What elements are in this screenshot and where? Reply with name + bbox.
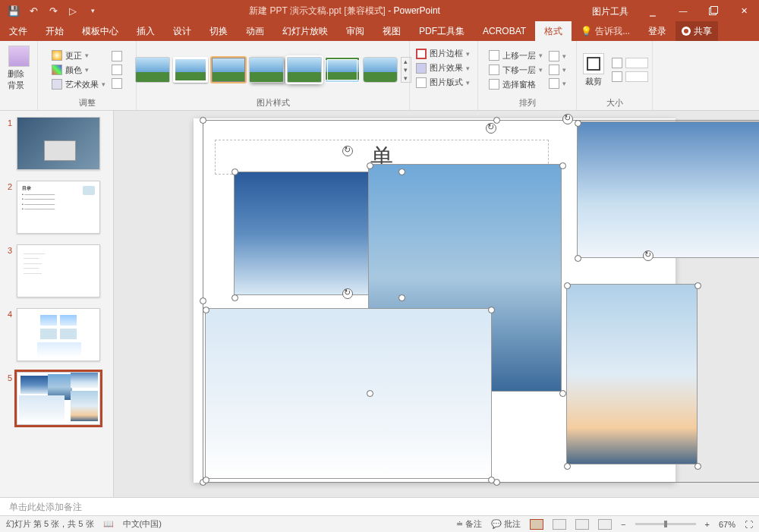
- comments-toggle[interactable]: 💬 批注: [491, 518, 521, 530]
- picture-sky-top-right[interactable]: [577, 121, 759, 258]
- language-status[interactable]: 中文(中国): [123, 518, 162, 530]
- compress-button[interactable]: [110, 50, 124, 62]
- height-input[interactable]: [610, 57, 650, 69]
- zoom-out-button[interactable]: −: [621, 520, 625, 529]
- rotate-button[interactable]: ▾: [547, 77, 568, 90]
- tab-insert[interactable]: 插入: [128, 21, 164, 41]
- tab-home[interactable]: 开始: [36, 21, 73, 41]
- style-item[interactable]: [135, 57, 170, 83]
- slide-thumbnail[interactable]: [17, 117, 100, 170]
- remove-background-button[interactable]: 删除背景: [5, 44, 33, 93]
- change-picture-button[interactable]: [110, 64, 124, 76]
- slideshow-view-button[interactable]: [598, 519, 612, 530]
- tab-acrobat[interactable]: ACROBAT: [474, 21, 535, 41]
- send-backward-button[interactable]: 下移一层▾: [487, 64, 544, 77]
- remove-bg-icon: [8, 46, 30, 67]
- brightness-icon: [52, 50, 62, 61]
- slide-counter: 幻灯片 第 5 张，共 5 张: [6, 518, 94, 530]
- thumb-num: 3: [5, 244, 12, 255]
- crop-button[interactable]: 裁剪: [580, 52, 607, 89]
- reset-picture-button[interactable]: [110, 77, 124, 90]
- align-button[interactable]: ▾: [547, 50, 568, 62]
- slide-thumbnail[interactable]: —————————————————————————————: [17, 244, 100, 297]
- picture-sunset-right[interactable]: [566, 284, 698, 464]
- zoom-slider[interactable]: [635, 523, 696, 525]
- thumb-num: 2: [5, 181, 12, 191]
- restore-button[interactable]: [698, 0, 729, 21]
- lightbulb-icon: 💡: [581, 26, 592, 36]
- color-icon: [52, 65, 62, 75]
- reading-view-button[interactable]: [575, 519, 589, 530]
- fit-to-window-button[interactable]: ⛶: [745, 520, 753, 529]
- group-button[interactable]: ▾: [547, 64, 568, 76]
- contextual-tab-group: 图片工具: [583, 0, 638, 21]
- width-input[interactable]: [610, 71, 650, 83]
- slide-thumbnail-panel[interactable]: 1 2 目录 • ————————• ————————• ————————• —…: [0, 111, 114, 497]
- group-label-size: 大小: [606, 96, 623, 109]
- picture-border-button[interactable]: 图片边框▾: [414, 47, 471, 60]
- tell-me[interactable]: 💡告诉我...: [572, 21, 639, 41]
- redo-icon[interactable]: ↷: [47, 5, 59, 17]
- zoom-in-button[interactable]: +: [705, 520, 710, 529]
- slide-thumbnail-active[interactable]: [17, 372, 100, 425]
- slide-thumbnail[interactable]: 目录 • ————————• ————————• ————————• —————…: [17, 181, 100, 234]
- tab-animation[interactable]: 动画: [237, 21, 273, 41]
- selection-pane-button[interactable]: 选择窗格: [487, 78, 544, 91]
- minimize-button[interactable]: [668, 0, 698, 21]
- picture-effects-button[interactable]: 图片效果▾: [414, 61, 471, 74]
- tab-view[interactable]: 视图: [373, 21, 410, 41]
- slide-editor[interactable]: 单: [114, 111, 759, 497]
- group-label-styles: 图片样式: [257, 96, 290, 109]
- bring-forward-icon: [489, 50, 499, 61]
- border-icon: [416, 49, 427, 59]
- tab-design[interactable]: 设计: [164, 21, 200, 41]
- ribbon-collapse-icon[interactable]: ⎯: [638, 0, 668, 21]
- tab-pdf[interactable]: PDF工具集: [410, 21, 474, 41]
- color-button[interactable]: 颜色▾: [50, 64, 107, 77]
- tab-review[interactable]: 审阅: [337, 21, 373, 41]
- share-button[interactable]: 共享: [676, 21, 718, 41]
- qat-more-icon[interactable]: ▾: [87, 5, 99, 17]
- picture-style-gallery[interactable]: ▴▾▾: [135, 57, 411, 83]
- window-title: 新建 PPT 演示文稿.ppt [兼容模式] - PowerPoint: [106, 5, 583, 17]
- thumb-num: 5: [5, 372, 12, 382]
- group-label-adjust: 调整: [79, 96, 96, 109]
- height-icon: [612, 58, 622, 68]
- tab-slideshow[interactable]: 幻灯片放映: [273, 21, 337, 41]
- picture-clouds-bottom[interactable]: [205, 308, 492, 479]
- picture-layout-button[interactable]: 图片版式▾: [414, 76, 471, 89]
- zoom-label[interactable]: 67%: [719, 520, 735, 529]
- notes-toggle[interactable]: ≐ 备注: [456, 518, 482, 530]
- save-icon[interactable]: 💾: [8, 5, 20, 17]
- width-icon: [612, 71, 622, 82]
- start-slideshow-icon[interactable]: ▷: [67, 5, 79, 17]
- slide-thumbnail[interactable]: [17, 308, 100, 361]
- tab-template[interactable]: 模板中心: [73, 21, 128, 41]
- signin-button[interactable]: 登录: [639, 21, 676, 41]
- notes-pane[interactable]: 单击此处添加备注: [0, 497, 759, 515]
- style-item[interactable]: [363, 57, 398, 83]
- thumb-num: 4: [5, 308, 12, 319]
- send-backward-icon: [489, 65, 499, 75]
- tab-file[interactable]: 文件: [0, 21, 36, 41]
- close-button[interactable]: [729, 0, 759, 21]
- bring-forward-button[interactable]: 上移一层▾: [487, 49, 544, 62]
- sorter-view-button[interactable]: [553, 519, 566, 530]
- effects-icon: [416, 63, 427, 74]
- spellcheck-icon[interactable]: 📖: [103, 519, 114, 529]
- undo-icon[interactable]: ↶: [27, 5, 39, 17]
- style-item[interactable]: [287, 57, 322, 83]
- tab-transition[interactable]: 切换: [200, 21, 237, 41]
- artistic-icon: [52, 79, 62, 90]
- normal-view-button[interactable]: [530, 519, 543, 530]
- tab-format[interactable]: 格式: [535, 21, 572, 41]
- style-item[interactable]: [249, 57, 284, 83]
- style-item[interactable]: [325, 57, 360, 83]
- artistic-effects-button[interactable]: 艺术效果▾: [50, 78, 107, 91]
- thumb-num: 1: [5, 117, 12, 127]
- layout-icon: [416, 77, 427, 88]
- style-item-selected[interactable]: [211, 57, 246, 83]
- share-icon: [682, 27, 691, 36]
- style-item[interactable]: [173, 57, 208, 83]
- corrections-button[interactable]: 更正▾: [50, 49, 107, 62]
